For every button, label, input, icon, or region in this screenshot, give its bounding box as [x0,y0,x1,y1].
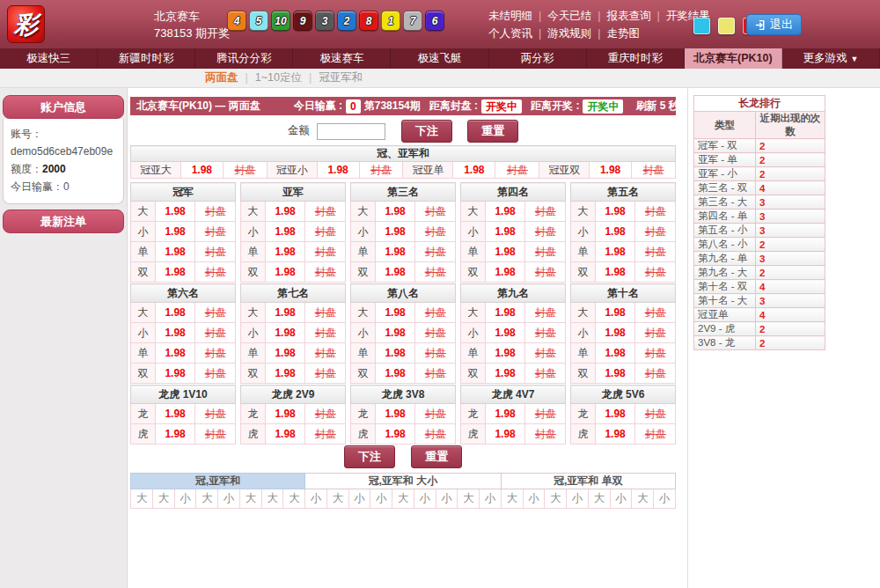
bet-odds[interactable]: 1.98 [155,424,195,445]
bet-odds[interactable]: 1.98 [155,262,195,283]
top-menu-item[interactable]: 走势图 [607,27,641,40]
top-menu-row-1: 未结明细|今天已结|报表查询|开奖结果 [488,7,710,25]
bet-odds[interactable]: 1.98 [375,343,415,364]
bet-odds[interactable]: 1.98 [485,323,525,343]
theme-square-icon-1[interactable] [718,18,735,34]
bet-odds[interactable]: 1.98 [155,202,195,222]
site-logo[interactable]: 彩 [7,5,45,43]
bet-odds[interactable]: 1.98 [155,242,195,262]
bet-odds[interactable]: 1.98 [595,364,635,384]
bet-option-label: 单 [241,343,266,364]
bet-odds[interactable]: 1.98 [375,424,415,445]
bet-odds[interactable]: 1.98 [485,424,525,445]
bet-button-bottom[interactable]: 下注 [344,445,395,468]
bet-odds[interactable]: 1.98 [155,323,195,343]
ranking-row: 冠军 - 双2 [694,139,825,153]
result-ball: 5 [249,11,268,31]
bet-odds[interactable]: 1.98 [375,202,415,222]
bet-odds[interactable]: 1.98 [155,364,195,384]
bet-odds[interactable]: 1.98 [317,162,359,179]
top-menu-item[interactable]: 报表查询 [607,10,651,22]
logout-button[interactable]: 退出 [746,14,802,35]
bet-status-closed: 封盘 [195,242,236,262]
lottery-name: 北京赛车 [154,8,230,25]
result-cell: 小 [480,489,502,509]
reset-button-bottom[interactable]: 重置 [411,445,462,468]
bet-odds[interactable]: 1.98 [180,162,223,179]
ranking-row: 冠亚单4 [694,308,825,322]
theme-square-icon-0[interactable] [693,18,710,34]
bet-odds[interactable]: 1.98 [595,424,635,445]
nav-tab-5[interactable]: 两分彩 [489,48,587,69]
top-menu-item[interactable]: 未结明细 [488,10,532,22]
bet-odds[interactable]: 1.98 [485,222,525,242]
bet-odds[interactable]: 1.98 [595,343,635,364]
subnav-item-2[interactable]: 冠亚军和 [319,71,363,84]
bet-odds[interactable]: 1.98 [265,222,305,242]
nav-tab-6[interactable]: 重庆时时彩 [587,48,685,69]
amount-input[interactable] [317,123,385,140]
bet-odds[interactable]: 1.98 [155,343,195,364]
bet-odds[interactable]: 1.98 [595,242,635,262]
reset-button[interactable]: 重置 [467,120,518,143]
bet-row: 单1.98封盘 [351,242,456,262]
bet-odds[interactable]: 1.98 [265,343,305,364]
bet-odds[interactable]: 1.98 [375,303,415,323]
bet-odds[interactable]: 1.98 [375,262,415,283]
bet-odds[interactable]: 1.98 [265,242,305,262]
bet-odds[interactable]: 1.98 [265,202,305,222]
bet-odds[interactable]: 1.98 [265,303,305,323]
bet-odds[interactable]: 1.98 [485,202,525,222]
bet-odds[interactable]: 1.98 [375,323,415,343]
bet-odds[interactable]: 1.98 [595,404,635,424]
lottery-result-balls: 45109328176 [227,11,447,31]
bet-odds[interactable]: 1.98 [595,323,635,343]
nav-tab-2[interactable]: 腾讯分分彩 [195,48,293,69]
bet-odds[interactable]: 1.98 [595,303,635,323]
bet-odds[interactable]: 1.98 [485,303,525,323]
bet-odds[interactable]: 1.98 [590,162,632,179]
bet-odds[interactable]: 1.98 [595,262,635,283]
top-menu-item[interactable]: 今天已结 [547,10,591,22]
nav-tab-1[interactable]: 新疆时时彩 [98,48,195,69]
bet-odds[interactable]: 1.98 [485,262,525,283]
bet-odds[interactable]: 1.98 [375,222,415,242]
bet-button[interactable]: 下注 [401,120,452,143]
bet-odds[interactable]: 1.98 [265,364,305,384]
bet-odds[interactable]: 1.98 [595,202,635,222]
subnav-item-0[interactable]: 两面盘 [205,71,238,84]
bet-odds[interactable]: 1.98 [155,222,195,242]
bet-odds[interactable]: 1.98 [265,262,305,283]
bet-odds[interactable]: 1.98 [155,404,195,424]
top-menu-item[interactable]: 个人资讯 [488,27,532,40]
bet-odds[interactable]: 1.98 [375,404,415,424]
top-menu-item[interactable]: 游戏规则 [547,27,591,40]
latest-bets-header[interactable]: 最新注单 [3,209,124,233]
bet-option-label: 双 [351,364,376,384]
bet-option-label: 单 [131,343,156,364]
nav-tab-0[interactable]: 极速快三 [0,48,98,69]
bet-odds[interactable]: 1.98 [485,242,525,262]
nav-tab-8[interactable]: 更多游戏▼ [782,48,880,69]
bet-odds[interactable]: 1.98 [155,303,195,323]
bet-odds[interactable]: 1.98 [485,364,525,384]
result-ball: 1 [381,11,400,31]
result-tab-2[interactable]: 冠,亚军和 单双 [501,474,675,489]
ranking-count: 2 [756,153,825,167]
bet-odds[interactable]: 1.98 [595,222,635,242]
bet-row: 小1.98封盘 [571,323,676,343]
result-tab-0[interactable]: 冠,亚军和 [131,474,305,489]
bet-odds[interactable]: 1.98 [265,424,305,445]
bet-odds[interactable]: 1.98 [375,364,415,384]
bet-odds[interactable]: 1.98 [375,242,415,262]
bet-odds[interactable]: 1.98 [265,323,305,343]
nav-tab-7[interactable]: 北京赛车(PK10) [685,48,782,69]
bet-odds[interactable]: 1.98 [485,404,525,424]
nav-tab-3[interactable]: 极速赛车 [293,48,391,69]
bet-odds[interactable]: 1.98 [453,162,495,179]
nav-tab-4[interactable]: 极速飞艇 [391,48,488,69]
bet-odds[interactable]: 1.98 [265,404,305,424]
bet-odds[interactable]: 1.98 [485,343,525,364]
subnav-item-1[interactable]: 1~10定位 [255,71,302,84]
result-tab-1[interactable]: 冠,亚军和 大小 [305,474,502,489]
